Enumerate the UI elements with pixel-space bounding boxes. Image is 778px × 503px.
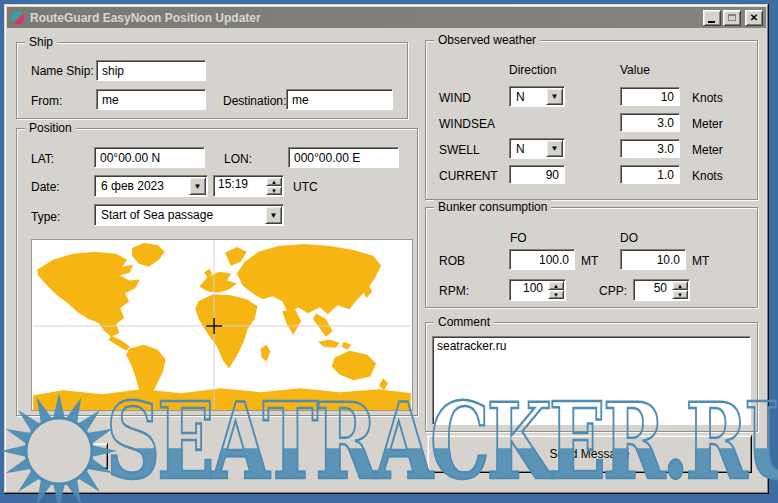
swell-label: SWELL: [439, 143, 480, 157]
destination-input[interactable]: [286, 89, 393, 110]
rpm-down-button[interactable]: ▼: [548, 290, 564, 299]
title-bar: RouteGuard EasyNoon Position Updater ✕: [7, 7, 766, 28]
rpm-spinner[interactable]: 100 ▲ ▼: [509, 279, 566, 301]
ship-groupbox: Ship Name Ship: From: Destination:: [16, 42, 408, 119]
send-message-button[interactable]: Send Message: [427, 435, 752, 473]
current-unit-label: Knots: [692, 169, 723, 183]
map-greenland: [132, 243, 165, 267]
comment-legend: Comment: [434, 315, 494, 329]
rob-label: ROB: [439, 254, 465, 268]
time-value: 15:19: [214, 176, 265, 196]
time-spinner[interactable]: 15:19 ▲ ▼: [213, 175, 284, 197]
cpp-value: 50: [634, 280, 671, 300]
rpm-label: RPM:: [439, 284, 469, 298]
type-dropdown[interactable]: Start of Sea passage ▼: [94, 204, 284, 226]
map-africa: [195, 294, 257, 368]
from-input[interactable]: [96, 89, 206, 110]
time-down-button[interactable]: ▼: [266, 186, 282, 195]
app-icon: [10, 10, 26, 26]
position-groupbox: Position LAT: LON: Date: 6 фев 2023 ▼ 15…: [16, 128, 418, 416]
from-label: From:: [31, 94, 62, 108]
current-label: CURRENT: [439, 169, 498, 183]
date-label: Date:: [31, 180, 60, 194]
lon-input[interactable]: [288, 147, 399, 168]
close-icon: ✕: [750, 12, 758, 23]
lon-label: LON:: [224, 152, 252, 166]
minimize-icon: [708, 21, 715, 23]
rob-fo-input[interactable]: [509, 249, 575, 270]
map-europe: [199, 272, 237, 293]
fo-header: FO: [510, 231, 527, 245]
lat-label: LAT:: [31, 152, 54, 166]
chevron-up-icon: ▲: [677, 283, 683, 289]
date-dropdown[interactable]: 6 фев 2023 ▼: [94, 175, 208, 197]
cpp-up-button[interactable]: ▲: [672, 281, 688, 290]
cpp-label: CPP:: [599, 284, 627, 298]
type-value: Start of Sea passage: [95, 208, 264, 222]
chevron-down-icon: ▼: [551, 92, 559, 101]
ship-legend: Ship: [25, 35, 57, 49]
windsea-unit-label: Meter: [692, 117, 723, 131]
chevron-down-icon: ▼: [270, 211, 278, 220]
maximize-button[interactable]: [723, 10, 741, 26]
map-antarctica: [33, 388, 411, 410]
wind-direction-value: N: [510, 90, 545, 104]
direction-header: Direction: [509, 63, 556, 77]
comment-groupbox: Comment seatracker.ru: [425, 322, 758, 432]
current-value-input[interactable]: [620, 165, 680, 184]
bunker-legend: Bunker consumption: [434, 200, 551, 214]
value-header: Value: [620, 63, 650, 77]
chevron-down-icon: ▼: [553, 292, 559, 298]
current-direction-input[interactable]: [509, 165, 565, 184]
chevron-down-icon: ▼: [194, 182, 202, 191]
chevron-up-icon: ▲: [271, 179, 277, 185]
cpp-spinner[interactable]: 50 ▲ ▼: [633, 279, 690, 301]
utc-label: UTC: [293, 180, 318, 194]
windsea-value-input[interactable]: [620, 113, 680, 132]
rob-do-input[interactable]: [620, 249, 686, 270]
wind-direction-dropdown[interactable]: N ▼: [509, 86, 565, 107]
world-map-panel[interactable]: [31, 239, 413, 411]
map-australia: [332, 351, 376, 381]
chevron-down-icon: ▼: [271, 188, 277, 194]
minimize-button[interactable]: [703, 10, 721, 26]
swell-direction-dropdown-button[interactable]: ▼: [546, 140, 563, 157]
fo-unit-label: MT: [581, 254, 598, 268]
send-message-label: Send Message: [549, 447, 629, 461]
maximize-icon: [728, 14, 736, 21]
world-map: [32, 240, 412, 410]
position-legend: Position: [25, 121, 76, 135]
help-button[interactable]: Help: [32, 443, 108, 469]
comment-textarea[interactable]: seatracker.ru: [432, 336, 751, 425]
help-label: Help: [58, 449, 83, 463]
map-north-america: [37, 252, 140, 337]
chevron-down-icon: ▼: [551, 144, 559, 153]
wind-label: WIND: [439, 91, 471, 105]
close-button[interactable]: ✕: [745, 10, 763, 26]
wind-direction-dropdown-button[interactable]: ▼: [546, 88, 563, 105]
map-asia: [237, 244, 381, 314]
swell-direction-dropdown[interactable]: N ▼: [509, 138, 565, 159]
swell-direction-value: N: [510, 142, 545, 156]
swell-value-input[interactable]: [620, 139, 680, 158]
rpm-value: 100: [510, 280, 547, 300]
name-ship-input[interactable]: [96, 60, 206, 81]
lat-input[interactable]: [94, 147, 205, 168]
do-header: DO: [620, 231, 638, 245]
wind-value-input[interactable]: [620, 87, 680, 106]
date-dropdown-button[interactable]: ▼: [189, 177, 206, 195]
time-up-button[interactable]: ▲: [266, 177, 282, 186]
name-ship-label: Name Ship:: [31, 64, 94, 78]
window-title: RouteGuard EasyNoon Position Updater: [30, 11, 701, 25]
chevron-up-icon: ▲: [553, 283, 559, 289]
wind-unit-label: Knots: [692, 91, 723, 105]
rpm-up-button[interactable]: ▲: [548, 281, 564, 290]
destination-label: Destination:: [223, 94, 286, 108]
type-dropdown-button[interactable]: ▼: [265, 206, 282, 224]
date-value: 6 фев 2023: [95, 179, 188, 193]
cpp-down-button[interactable]: ▼: [672, 290, 688, 299]
weather-legend: Observed weather: [434, 33, 540, 47]
app-window: RouteGuard EasyNoon Position Updater ✕ S…: [4, 4, 769, 494]
chevron-down-icon: ▼: [677, 292, 683, 298]
weather-groupbox: Observed weather Direction Value WIND N …: [425, 40, 758, 200]
